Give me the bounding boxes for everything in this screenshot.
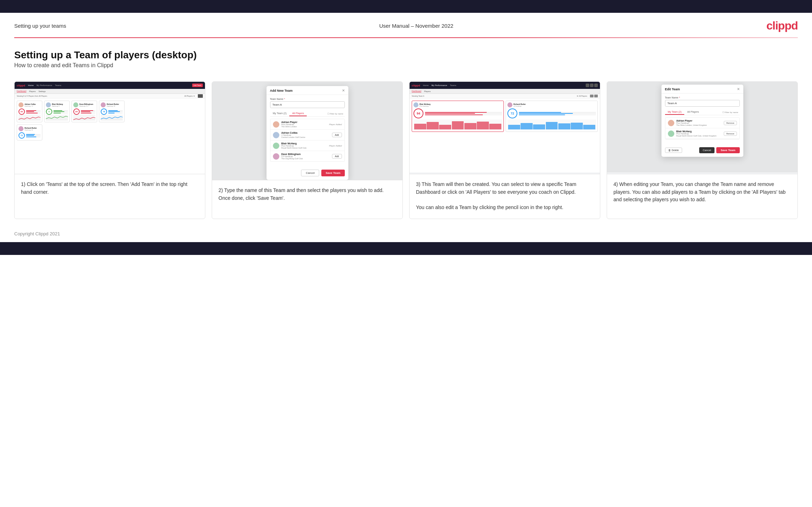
modal-player-details-2: Adrian Coliba 1 Handicap Central London … xyxy=(281,132,330,138)
mock-player-name-2: Blair McHarg xyxy=(52,103,63,105)
mock-sub-players: Players xyxy=(29,90,36,92)
modal-player-name-4: Dave Billingham xyxy=(281,153,330,155)
edit-player-row-2: Blair McHarg Plus Handicap Royal North D… xyxy=(665,128,739,139)
edit-player-details-2: Blair McHarg Plus Handicap Royal North D… xyxy=(676,130,722,137)
modal-player-row-1: Adrian Player Plus Handicap The Shire Lo… xyxy=(270,119,344,130)
mock-team-grid: Blair McHarg Plus Handicap 94 xyxy=(410,98,600,134)
mock-team-card-1: Blair McHarg Plus Handicap 94 xyxy=(412,101,504,132)
mock-player-grid: Adrian Colba Handicap: +2 84 xyxy=(15,98,205,124)
mock-avatar-2 xyxy=(46,102,51,107)
modal-player-details-3: Blair McHarg Plus Handicap Royal North D… xyxy=(281,142,327,149)
mock-add-team-btn[interactable]: Add Team xyxy=(192,84,203,87)
modal-add-btn-4[interactable]: Add xyxy=(332,154,342,159)
mock-team-avatar-1 xyxy=(413,102,418,107)
card-4: Edit Team ✕ Team Name * Team A My Team (… xyxy=(607,81,798,219)
modal-save-btn-2[interactable]: Save Team xyxy=(716,147,739,153)
modal-tab-allplayers[interactable]: All Players xyxy=(289,111,307,116)
remove-btn-2[interactable]: Remove xyxy=(724,132,737,136)
modal-add-btn-2[interactable]: Add xyxy=(332,133,342,137)
edit-player-avatar-2 xyxy=(668,130,674,137)
mock-sub-nav: Dashboard Players Settings xyxy=(15,89,205,94)
modal2-tab-allplayers[interactable]: All Players xyxy=(684,110,702,115)
mock-icon-3 xyxy=(594,84,598,87)
modal-header-1: Add New Team ✕ xyxy=(267,86,348,95)
mock-nav-right: Add Team xyxy=(192,84,203,87)
mock-bottom-player: Richard Butler Handicap: 12 72 xyxy=(17,124,42,140)
mock-player-card-3: Dave Billingham Handicap: 3.5 94 xyxy=(72,101,97,122)
mock-big-score-2: 72 xyxy=(507,108,517,118)
mock-team-card-2: Richard Butler 12 Handicap 72 xyxy=(506,101,598,132)
modal-overlay-1: Add New Team ✕ Team Name * Team A My Tea… xyxy=(212,82,402,180)
mock-player-card-2: Blair McHarg Handicap: 0 0 xyxy=(44,101,70,122)
modal-player-avatar-4 xyxy=(273,153,279,160)
mock-sub-nav-2: Dashboard Players xyxy=(410,89,600,94)
mock-player-name-4: Richard Butler xyxy=(107,103,119,105)
page-title-section: Setting up a Team of players (desktop) H… xyxy=(0,38,812,76)
modal-body-1: Team Name * Team A My Team (2) All Playe… xyxy=(267,95,348,167)
trash-icon: 🗑 xyxy=(668,149,671,151)
card-1-text: 1) Click on 'Teams' at the top of the sc… xyxy=(15,174,205,219)
modal-player-name-2: Adrian Coliba xyxy=(281,132,330,134)
mock-filter-bar: Viewing 8 of 4 Players from All Players … xyxy=(15,94,205,98)
modal-delete-btn[interactable]: 🗑 Delete xyxy=(665,148,682,153)
page-subtitle: How to create and edit Teams in Clippd xyxy=(14,62,798,69)
mock-sub-settings: Settings xyxy=(38,90,46,92)
mock-nav-1: clippd Home My Performance Teams Add Tea… xyxy=(15,82,205,89)
mock-score-bottom: 72 xyxy=(19,132,25,139)
card-3-screenshot: clippd Home My Performance Teams Dashboa… xyxy=(410,82,600,174)
modal-title-2: Edit Team xyxy=(665,87,680,91)
edit-team-name-input[interactable]: Team A xyxy=(665,100,740,107)
clippd-logo: clippd xyxy=(766,19,798,32)
card-4-screenshot: Edit Team ✕ Team Name * Team A My Team (… xyxy=(607,82,797,174)
mock-player-name-1: Adrian Colba xyxy=(25,103,36,105)
modal2-player-list: Adrian Player Plus Handicap The Shire Lo… xyxy=(665,117,740,139)
modal-player-row-4: Dave Billingham 3.5 Handicap The Oxg Mox… xyxy=(270,151,344,161)
mock-dashboard-1: clippd Home My Performance Teams Add Tea… xyxy=(15,82,205,174)
edit-player-details-1: Adrian Player Plus Handicap The Shire Lo… xyxy=(676,119,722,126)
mock-chart-2 xyxy=(46,115,68,121)
modal-cancel-btn-2[interactable]: Cancel xyxy=(699,147,715,153)
modal-close-2[interactable]: ✕ xyxy=(737,87,740,91)
bottom-bar xyxy=(0,242,812,255)
mock-filter-bar-2: Viewing Team A ▼ All Players xyxy=(410,94,600,98)
mock-score-1: 84 xyxy=(19,108,25,115)
modal2-tab-myteam[interactable]: My Team (2) xyxy=(665,110,685,115)
mock-big-score-1: 94 xyxy=(413,108,423,118)
mock-player-name-3: Dave Billingham xyxy=(79,103,93,105)
card-2-text: 2) Type the name of this Team and then s… xyxy=(212,180,402,219)
modal-close-1[interactable]: ✕ xyxy=(342,89,345,92)
mock-dashboard-2: clippd Home My Performance Teams Dashboa… xyxy=(410,82,600,172)
card-3-text: 3) This Team will then be created. You c… xyxy=(410,174,600,219)
modal-cancel-btn-1[interactable]: Cancel xyxy=(301,170,319,176)
modal-player-list: Adrian Player Plus Handicap The Shire Lo… xyxy=(270,119,345,162)
modal-header-2: Edit Team ✕ xyxy=(661,85,743,94)
team-name-input[interactable]: Team A xyxy=(270,101,345,108)
card-2: Add New Team ✕ Team Name * Team A My Tea… xyxy=(212,81,403,219)
modal-player-avatar-1 xyxy=(273,121,279,128)
modal-player-status-1: Player Added xyxy=(329,123,342,126)
mock-chart-4 xyxy=(101,115,123,121)
modal-tabs-2: My Team (2) All Players ☐ Filter by name xyxy=(665,110,740,115)
modal-save-btn-1[interactable]: Save Team xyxy=(321,170,344,176)
mock-sub2-dashboard: Dashboard xyxy=(412,90,421,92)
modal-tabs-1: My Team (2) All Players ☐ Filter by name xyxy=(270,111,345,117)
mock-chart-3 xyxy=(73,115,95,121)
mock-nav-performance: My Performance xyxy=(37,84,52,86)
mock-avatar-3 xyxy=(73,102,78,107)
mock-nav2-teams: My Performance xyxy=(432,84,447,86)
mock-chart-1 xyxy=(19,115,41,121)
mock-nav2-perf: Teams xyxy=(450,84,457,86)
remove-btn-1[interactable]: Remove xyxy=(724,121,737,125)
mock-logo: clippd xyxy=(17,84,25,87)
modal-player-name-3: Blair McHarg xyxy=(281,142,327,145)
modal-tab-myteam[interactable]: My Team (2) xyxy=(270,111,290,116)
footer: Copyright Clippd 2021 xyxy=(0,228,812,242)
modal-player-row-3: Blair McHarg Plus Handicap Royal North D… xyxy=(270,140,344,151)
card-1-screenshot: clippd Home My Performance Teams Add Tea… xyxy=(15,82,205,174)
header-left-text: Setting up your teams xyxy=(14,23,66,29)
mock-view-icons xyxy=(590,95,598,97)
mock-score-2: 0 xyxy=(46,108,52,115)
card-3: clippd Home My Performance Teams Dashboa… xyxy=(409,81,600,219)
mock-team-chart-2 xyxy=(507,119,596,130)
add-team-modal: Add New Team ✕ Team Name * Team A My Tea… xyxy=(267,86,348,180)
